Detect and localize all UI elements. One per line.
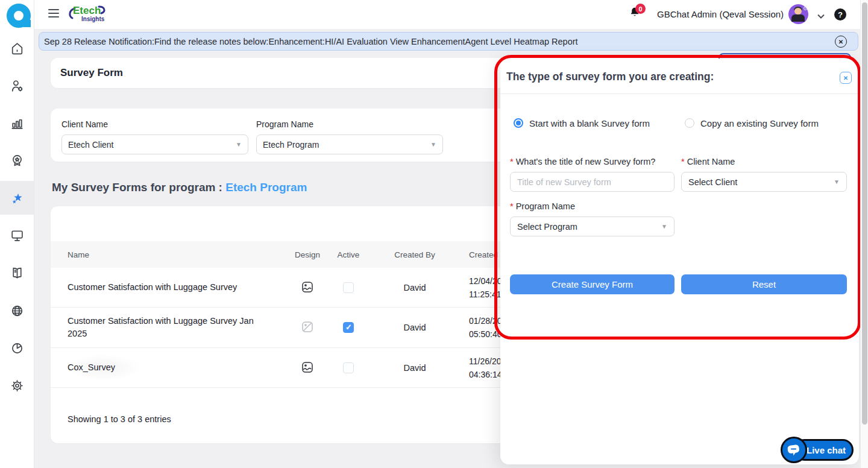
- user-menu-chevron[interactable]: [817, 11, 825, 17]
- app-root: Etech Insights 0 GBChat Admin (Qeval Ses…: [0, 0, 868, 468]
- user-name-label: GBChat Admin (Qeval Session): [657, 9, 790, 19]
- created-by: David: [360, 283, 469, 292]
- survey-title-input[interactable]: [510, 172, 675, 192]
- pie-chart-icon: [10, 341, 25, 356]
- program-name-label: Program Name: [256, 119, 313, 129]
- modal-client-label: *Client Name: [681, 157, 735, 166]
- design-button-disabled: [300, 320, 315, 335]
- sidebar-item-web[interactable]: [0, 294, 34, 327]
- sidebar-item-reports[interactable]: [0, 106, 34, 140]
- survey-type-radio-group: Start with a blank Survey form Copy an e…: [500, 118, 859, 130]
- column-header-name: Name: [68, 250, 278, 259]
- program-select[interactable]: Etech Program ▼: [256, 134, 443, 154]
- sidebar-item-home[interactable]: [0, 31, 34, 65]
- qeval-logo[interactable]: [5, 2, 32, 29]
- book-icon: [10, 265, 25, 280]
- modal-program-select-value: Select Program: [517, 222, 577, 232]
- created-by: David: [360, 323, 469, 332]
- create-survey-form-button[interactable]: Create Survey Form: [510, 274, 675, 294]
- settings-gear-icon: [10, 378, 25, 393]
- program-name-link[interactable]: Etech Program: [225, 181, 307, 194]
- modal-client-select-value: Select Client: [688, 177, 737, 187]
- top-header: Etech Insights 0 GBChat Admin (Qeval Ses…: [34, 0, 868, 29]
- release-notification-banner: Sep 28 Release Notification:Find the rel…: [39, 32, 858, 51]
- design-image-icon: [301, 280, 314, 294]
- sidebar: [0, 0, 34, 468]
- survey-name: Cox_Survey: [68, 355, 139, 380]
- client-select[interactable]: Etech Client ▼: [61, 134, 248, 154]
- live-chat-label: Live chat: [807, 445, 846, 455]
- active-checkbox[interactable]: [343, 362, 354, 373]
- column-header-design: Design: [278, 250, 336, 259]
- live-chat-bubble-icon: [781, 437, 807, 463]
- bar-chart-icon: [10, 116, 25, 131]
- radio-blank-survey[interactable]: [514, 118, 523, 128]
- globe-icon: [10, 303, 25, 318]
- page-title: Survey Form: [60, 67, 123, 79]
- modal-header: The type of survey form you are creating…: [500, 58, 859, 94]
- survey-title-label: *What's the title of new Survey form?: [510, 157, 655, 166]
- sidebar-item-settings[interactable]: [0, 368, 34, 402]
- entries-count-label: Showing 1 to 3 of 3 entries: [68, 414, 171, 424]
- create-survey-modal: The type of survey form you are creating…: [500, 58, 859, 464]
- sidebar-item-analytics[interactable]: [0, 331, 34, 365]
- sidebar-item-monitor[interactable]: [0, 218, 34, 252]
- user-settings-icon: [10, 78, 25, 93]
- radio-copy-survey[interactable]: [685, 118, 694, 128]
- survey-name: Customer Satisfaction with Luggage Surve…: [68, 308, 278, 347]
- hamburger-menu-icon[interactable]: [48, 9, 59, 17]
- help-button[interactable]: ?: [834, 8, 846, 21]
- section-heading-prefix: My Survey Forms for program :: [52, 181, 225, 194]
- modal-program-label: *Program Name: [510, 201, 575, 211]
- radio-copy-survey-label[interactable]: Copy an existing Survey form: [700, 118, 819, 128]
- notifications-button[interactable]: 0: [628, 6, 646, 24]
- reset-button[interactable]: Reset: [681, 274, 847, 294]
- survey-star-icon: [10, 191, 25, 206]
- sidebar-item-quality[interactable]: [0, 144, 34, 177]
- etech-insights-logo[interactable]: Etech Insights: [68, 3, 110, 26]
- qeval-logo-tail: [24, 20, 31, 27]
- home-icon: [10, 41, 25, 56]
- design-button[interactable]: [300, 280, 315, 295]
- active-checkbox[interactable]: [343, 282, 354, 293]
- avatar[interactable]: ⚙: [788, 4, 808, 24]
- created-by: David: [360, 363, 469, 373]
- radio-blank-survey-label[interactable]: Start with a blank Survey form: [529, 118, 650, 128]
- required-asterisk: *: [681, 157, 685, 166]
- client-select-value: Etech Client: [68, 140, 113, 150]
- required-asterisk: *: [510, 201, 514, 211]
- chevron-down-icon: ▼: [430, 141, 436, 148]
- scrollbar-thumb[interactable]: [862, 2, 867, 425]
- modal-program-select[interactable]: Select Program ▼: [510, 217, 675, 236]
- section-heading: My Survey Forms for program : Etech Prog…: [52, 181, 307, 194]
- logo-insights-text: Insights: [81, 16, 104, 22]
- question-mark-icon: ?: [838, 10, 843, 19]
- design-button[interactable]: [300, 361, 315, 375]
- modal-title: The type of survey form you are creating…: [506, 71, 714, 83]
- survey-name: Customer Satisfaction with Luggage Surve…: [68, 274, 278, 301]
- required-asterisk: *: [510, 157, 514, 166]
- monitor-icon: [10, 228, 25, 243]
- chevron-down-icon: [817, 13, 825, 19]
- program-select-value: Etech Program: [263, 140, 319, 150]
- notification-badge: 0: [635, 4, 646, 14]
- banner-close-icon[interactable]: ✕: [835, 36, 847, 48]
- quality-badge-icon: [10, 153, 25, 168]
- sidebar-item-survey-forms[interactable]: [0, 181, 34, 215]
- client-name-label: Client Name: [61, 119, 108, 129]
- chevron-down-icon: ▼: [236, 141, 242, 148]
- modal-close-icon[interactable]: ✕: [840, 72, 852, 84]
- modal-client-select[interactable]: Select Client ▼: [681, 172, 847, 192]
- sidebar-item-library[interactable]: [0, 256, 34, 289]
- active-checkbox-checked[interactable]: [343, 322, 354, 333]
- banner-text: Sep 28 Release Notification:Find the rel…: [44, 37, 578, 46]
- logo-etech-text: Etech: [73, 5, 101, 17]
- column-header-created-by: Created By: [360, 250, 469, 259]
- sidebar-item-users[interactable]: [0, 69, 34, 103]
- avatar-gear-icon: ⚙: [803, 5, 808, 11]
- chevron-down-icon: ▼: [834, 179, 840, 185]
- design-image-disabled-icon: [301, 320, 314, 334]
- design-image-icon: [301, 361, 314, 374]
- column-header-active: Active: [336, 250, 360, 259]
- page-scrollbar: [860, 0, 868, 468]
